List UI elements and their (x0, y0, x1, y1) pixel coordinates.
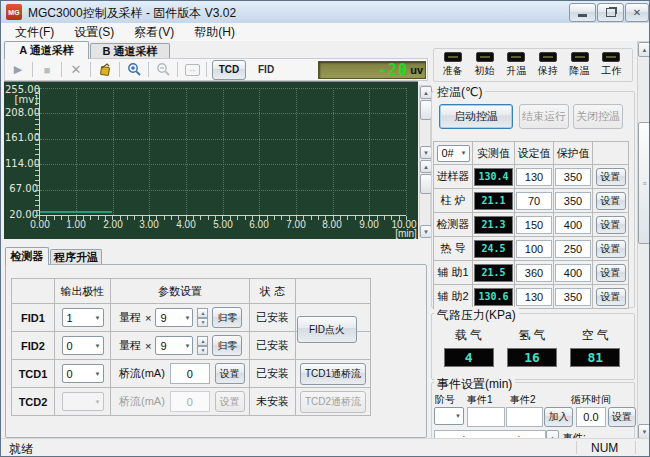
zero-adjust-button[interactable] (96, 61, 114, 78)
detector-set-button[interactable]: 设置 (596, 216, 626, 234)
spinner-down-icon[interactable]: ▼ (197, 346, 208, 356)
cell: 130 (515, 165, 553, 188)
aux2-set-button[interactable]: 设置 (596, 288, 626, 306)
cell: 0#▼ (434, 142, 472, 164)
event1-input[interactable] (467, 407, 505, 427)
tcd-toggle-button[interactable]: TCD (212, 60, 246, 80)
minimize-button[interactable] (569, 3, 596, 22)
tcd1-set-button[interactable]: 设置 (215, 363, 245, 384)
fid2-range-dropdown[interactable]: 9▼ (155, 336, 193, 355)
state-leds: 准备 初始 升温 保持 降温 工作 (437, 52, 627, 78)
aux1-set-button[interactable]: 设置 (596, 264, 626, 282)
oven-protect-input[interactable]: 350 (555, 192, 591, 210)
tab-temp-program[interactable]: 程序升温 (50, 249, 102, 265)
oven-set-button[interactable]: 设置 (596, 192, 626, 210)
chevron-down-icon: ▼ (95, 315, 101, 321)
gas-items: 载 气 4 氢 气 16 空 气 81 (437, 327, 627, 367)
led-initial: 初始 (469, 52, 501, 78)
menu-file[interactable]: 文件(F) (5, 22, 64, 43)
fid-ignite-button[interactable]: FID点火 (297, 316, 357, 343)
fid1-range-spinner[interactable]: ▲▼ (197, 308, 208, 327)
cell: 150 (515, 213, 553, 236)
close-button[interactable]: ✕ (625, 3, 649, 22)
fid1-zero-button[interactable]: 归零 (212, 307, 242, 328)
start-temp-button[interactable]: 启动控温 (439, 104, 513, 129)
detector-name: FID2 (12, 332, 54, 359)
injector-set-button[interactable]: 设置 (596, 168, 626, 186)
chart-scrollbar[interactable]: ▲ ▼ ▲ ▼ (419, 85, 431, 237)
gridline (113, 88, 114, 215)
fid2-polarity-dropdown[interactable]: 0▼ (62, 336, 104, 355)
event2-input[interactable] (506, 407, 543, 427)
zoom-in-button[interactable] (125, 61, 143, 78)
tcd1-bridge-on-button[interactable]: TCD1通桥流 (300, 363, 366, 385)
aux2-set-input[interactable]: 130 (516, 288, 552, 306)
detector-protect-input[interactable]: 400 (555, 216, 591, 234)
aux2-protect-input[interactable]: 350 (555, 288, 591, 306)
gridline (333, 88, 334, 215)
fid1-polarity-dropdown[interactable]: 1▼ (62, 308, 104, 327)
add-event-button[interactable]: 加入 (544, 407, 573, 427)
cell: 量程 × 9▼ ▲▼ 归零 (111, 304, 249, 331)
tab-detector[interactable]: 检测器 (5, 247, 49, 265)
panel-scrollbar[interactable]: ▲ ≡ ▼ (637, 41, 650, 438)
times-sign: × (145, 340, 151, 352)
x-tick-label: 1.00 (60, 219, 92, 230)
gas-pressure-title: 气路压力(KPa) (434, 307, 519, 324)
dropdown-value: 1 (67, 312, 73, 324)
tcd-set-input[interactable]: 100 (516, 240, 552, 258)
cell: 400 (554, 261, 592, 284)
cell: 130 (515, 285, 553, 308)
gas-label: 空 气 (582, 327, 609, 344)
cell: 设置 (593, 165, 628, 188)
aux1-set-input[interactable]: 360 (516, 264, 552, 282)
injector-protect-input[interactable]: 350 (555, 168, 591, 186)
spinner-up-icon[interactable]: ▲ (197, 308, 208, 318)
menu-help[interactable]: 帮助(H) (184, 22, 245, 43)
oven-set-input[interactable]: 70 (516, 192, 552, 210)
restore-button[interactable] (597, 3, 624, 22)
spinner-down-icon[interactable]: ▼ (197, 318, 208, 328)
scroll-down-icon[interactable]: ▼ (638, 424, 650, 439)
menu-view[interactable]: 察看(V) (124, 22, 184, 43)
hydrogen-pressure-lcd: 16 (507, 348, 557, 367)
tab-channel-b[interactable]: B 通道采样 (90, 43, 170, 59)
status-bar: 就绪 NUM (1, 438, 649, 456)
led-label: 准备 (443, 64, 463, 78)
start-acquisition-button[interactable]: ▶ (9, 61, 27, 78)
fit-icon: ↔ (185, 64, 200, 76)
fid-toggle-button[interactable]: FID (258, 64, 274, 75)
tab-channel-a[interactable]: A 通道采样 (4, 41, 89, 59)
scroll-up-icon[interactable]: ▲ (638, 42, 650, 57)
aux1-protect-input[interactable]: 400 (555, 264, 591, 282)
fid2-zero-button[interactable]: 归零 (212, 335, 242, 356)
detector-set-input[interactable]: 150 (516, 216, 552, 234)
tcd1-polarity-dropdown[interactable]: 0▼ (62, 364, 104, 383)
tcd1-bridge-input[interactable]: 0 (170, 363, 210, 384)
times-sign: × (145, 312, 151, 324)
spinner-up-icon[interactable]: ▲ (197, 336, 208, 346)
fid1-range-dropdown[interactable]: 9▼ (155, 308, 193, 327)
chromatogram-chart[interactable]: 255.00 [mv] 208.00 161.00 114.00 67.00 2… (4, 81, 418, 239)
fid2-range-spinner[interactable]: ▲▼ (197, 336, 208, 355)
stage-label: 阶号 (435, 393, 455, 407)
zone-selector-dropdown[interactable]: 0#▼ (437, 145, 470, 162)
stage-dropdown[interactable]: ▼ (434, 407, 464, 425)
cycle-set-button[interactable]: 设置 (608, 407, 636, 427)
signal-lcd-display: -20 uv (318, 61, 426, 79)
clear-button[interactable]: ✕ (67, 61, 85, 78)
cell: TCD2通桥流 (296, 388, 370, 415)
zoom-out-button[interactable] (154, 61, 172, 78)
tcd-protect-input[interactable]: 250 (555, 240, 591, 258)
led-label: 升温 (506, 64, 526, 78)
stop-acquisition-button[interactable]: ■ (38, 61, 56, 78)
led-hold: 保持 (532, 52, 564, 78)
aux2-actual-lcd: 130.6 (474, 288, 513, 306)
cycle-time-input[interactable]: 0.0 (576, 407, 606, 427)
scrollbar-thumb[interactable]: ≡ (638, 122, 650, 244)
injector-set-input[interactable]: 130 (516, 168, 552, 186)
menu-settings[interactable]: 设置(S) (64, 22, 124, 43)
header-params: 参数设置 (111, 279, 249, 303)
fit-view-button[interactable]: ↔ (183, 61, 201, 78)
tcd-set-button[interactable]: 设置 (596, 240, 626, 258)
